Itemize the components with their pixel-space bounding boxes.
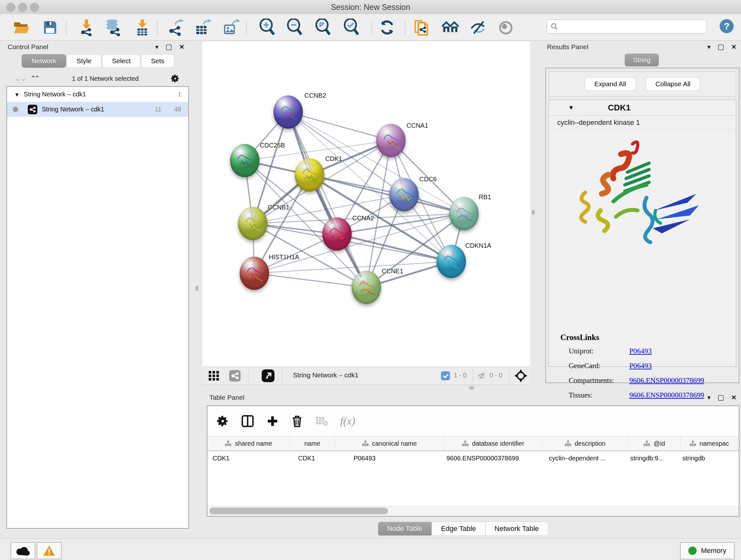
import-network-database-icon[interactable] bbox=[104, 18, 122, 37]
horizontal-scrollbar[interactable] bbox=[207, 506, 739, 516]
network-node-CCNB1[interactable] bbox=[238, 207, 267, 240]
warning-button[interactable] bbox=[37, 542, 62, 559]
memory-button[interactable]: Memory bbox=[680, 542, 735, 559]
right-splitter-handle[interactable] bbox=[532, 210, 535, 215]
tab-style[interactable]: Style bbox=[67, 54, 102, 68]
add-column-icon[interactable] bbox=[266, 415, 279, 428]
tab-select[interactable]: Select bbox=[102, 54, 140, 68]
network-node-CCNB2[interactable] bbox=[273, 96, 303, 129]
cloud-button[interactable] bbox=[10, 542, 36, 559]
grid-view-icon[interactable] bbox=[209, 371, 219, 382]
close-panel-icon[interactable]: ✕ bbox=[731, 43, 737, 51]
network-row-label: String Network – cdk1 bbox=[42, 106, 155, 113]
network-collection-label: String Network – cdk1 bbox=[23, 91, 178, 98]
search-input[interactable] bbox=[562, 22, 706, 31]
collapse-all-icon[interactable]: ⌄⌄ bbox=[15, 74, 26, 83]
gene-section-header[interactable]: ▾ CDK1 bbox=[549, 100, 736, 116]
column-header-description[interactable]: description bbox=[542, 436, 628, 450]
function-builder-icon: f(x) bbox=[340, 415, 355, 427]
bottom-splitter-handle[interactable] bbox=[469, 386, 474, 389]
column-header-canonical-name[interactable]: canonical name bbox=[335, 436, 444, 450]
delete-column-icon[interactable] bbox=[291, 415, 303, 428]
zoom-selected-icon[interactable] bbox=[343, 18, 360, 37]
birdseye-view-icon[interactable] bbox=[514, 369, 528, 384]
scrollbar-thumb[interactable] bbox=[209, 508, 388, 514]
zoom-fit-icon[interactable] bbox=[314, 18, 332, 37]
column-header-name[interactable]: name bbox=[290, 436, 335, 450]
left-splitter-handle[interactable] bbox=[195, 286, 199, 291]
node-label-HIST1H1A: HIST1H1A bbox=[269, 253, 299, 261]
network-share-icon[interactable] bbox=[229, 370, 241, 383]
node-structure-glyph bbox=[449, 197, 479, 230]
hide-selected-eye-icon[interactable] bbox=[469, 18, 487, 37]
tree-expand-icon[interactable]: ▾ bbox=[15, 91, 18, 98]
export-table-icon[interactable] bbox=[194, 18, 212, 37]
table-box: f(x) shared namenamecanonical namedataba… bbox=[207, 406, 739, 516]
close-panel-icon[interactable]: ✕ bbox=[731, 394, 737, 401]
protein-structure-image bbox=[571, 135, 705, 264]
expand-all-icon[interactable]: ⌃⌃ bbox=[30, 74, 38, 83]
close-panel-icon[interactable]: ✕ bbox=[179, 43, 185, 51]
tab-sets[interactable]: Sets bbox=[141, 54, 174, 68]
expand-all-button[interactable]: Expand All bbox=[585, 77, 636, 91]
houses-icon[interactable] bbox=[441, 18, 459, 37]
refresh-icon[interactable] bbox=[378, 18, 396, 37]
results-panel-title: Results Panel bbox=[547, 43, 589, 51]
network-node-CCNA1[interactable] bbox=[376, 124, 406, 157]
tab-network-table[interactable]: Network Table bbox=[485, 522, 548, 536]
network-node-CCNE1[interactable] bbox=[352, 271, 381, 304]
column-header-namespac[interactable]: namespac bbox=[681, 436, 738, 450]
tab-string[interactable]: String bbox=[625, 54, 659, 66]
split-columns-icon[interactable] bbox=[241, 415, 254, 428]
export-image-icon[interactable] bbox=[222, 18, 240, 37]
column-header-shared-name[interactable]: shared name bbox=[207, 436, 290, 450]
network-node-CDK1[interactable] bbox=[295, 159, 324, 192]
crosslink-row: GeneCard:P06493 bbox=[569, 359, 736, 373]
network-node-HIST1H1A[interactable] bbox=[240, 257, 269, 290]
gear-icon[interactable] bbox=[171, 74, 180, 83]
hidden-eye-icon[interactable] bbox=[477, 371, 486, 381]
network-canvas[interactable]: CCNB2CCNA1CDC25BCDK1CDC6RB1CCNB1CCNA2CDK… bbox=[202, 42, 530, 367]
collapse-panel-icon[interactable]: ▾ bbox=[707, 43, 711, 51]
help-button[interactable]: ? bbox=[720, 19, 734, 33]
tab-network[interactable]: Network bbox=[22, 54, 66, 68]
column-header-database-identifier[interactable]: database identifier bbox=[444, 436, 542, 450]
crosslink-link[interactable]: P06493 bbox=[629, 347, 652, 355]
table-row[interactable]: CDK1CDK1P064939606.ENSP00000378699cyclin… bbox=[207, 451, 739, 465]
network-node-CDC6[interactable] bbox=[389, 178, 419, 211]
crosslink-link[interactable]: 9606.ENSP00000378699 bbox=[629, 376, 704, 385]
zoom-out-icon[interactable] bbox=[286, 18, 304, 37]
network-row[interactable]: String Network – cdk1 11 48 bbox=[7, 102, 188, 117]
show-eye-icon[interactable] bbox=[497, 18, 515, 37]
crosslink-link[interactable]: P06493 bbox=[629, 362, 652, 370]
column-header-@id[interactable]: @id bbox=[628, 436, 681, 450]
hierarchy-icon bbox=[225, 440, 232, 447]
tab-edge-table[interactable]: Edge Table bbox=[432, 522, 485, 536]
selected-checkbox-icon[interactable] bbox=[441, 371, 450, 381]
import-table-file-icon[interactable] bbox=[133, 18, 151, 37]
control-panel: Control Panel ▾ ▢ ✕ NetworkStyleSelectSe… bbox=[3, 42, 189, 538]
open-session-icon[interactable] bbox=[13, 18, 30, 37]
duplicate-network-icon[interactable] bbox=[413, 18, 431, 37]
export-network-icon[interactable] bbox=[166, 18, 184, 37]
zoom-in-icon[interactable] bbox=[259, 18, 276, 37]
float-panel-icon[interactable]: ▢ bbox=[718, 43, 724, 51]
network-node-CDC25B[interactable] bbox=[230, 144, 259, 177]
network-node-CDKN1A[interactable] bbox=[436, 245, 466, 278]
float-panel-icon[interactable]: ▢ bbox=[718, 393, 724, 401]
collapse-all-button[interactable]: Collapse All bbox=[646, 77, 700, 91]
node-structure-glyph bbox=[240, 257, 269, 290]
network-node-CCNA2[interactable] bbox=[322, 217, 352, 251]
collapse-panel-icon[interactable]: ▾ bbox=[155, 43, 158, 51]
network-node-RB1[interactable] bbox=[449, 197, 479, 230]
import-network-file-icon[interactable] bbox=[77, 18, 95, 37]
section-collapse-icon[interactable]: ▾ bbox=[569, 104, 573, 112]
network-view[interactable]: CCNB2CCNA1CDC25BCDK1CDC6RB1CCNB1CCNA2CDK… bbox=[202, 42, 530, 367]
collapse-panel-icon[interactable]: ▾ bbox=[707, 394, 711, 401]
table-gear-icon[interactable] bbox=[216, 415, 229, 428]
tab-node-table[interactable]: Node Table bbox=[378, 522, 432, 536]
open-in-window-icon[interactable] bbox=[262, 369, 274, 383]
save-session-icon[interactable] bbox=[41, 18, 59, 37]
float-panel-icon[interactable]: ▢ bbox=[165, 43, 172, 51]
network-collection-row[interactable]: ▾ String Network – cdk1 1 bbox=[7, 87, 188, 102]
